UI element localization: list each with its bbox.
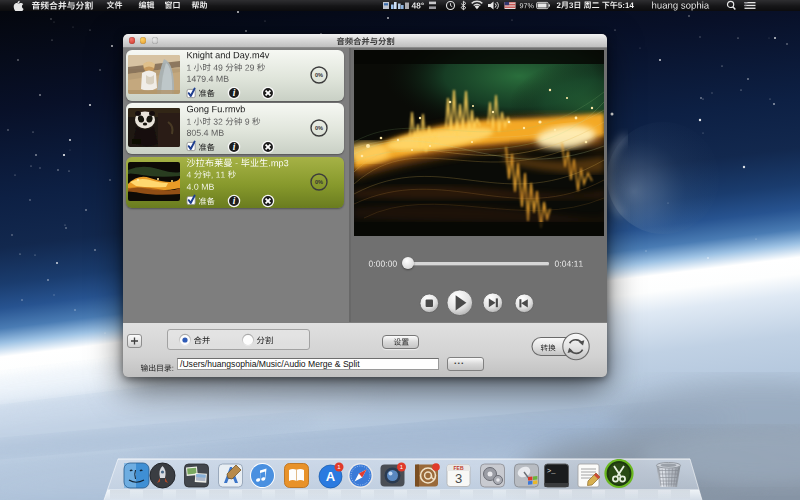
svg-text:>_: >_ [547, 467, 556, 475]
svg-text:3: 3 [455, 471, 462, 486]
svg-text:0%: 0% [314, 125, 322, 131]
svg-text:A: A [326, 469, 336, 484]
svg-text:FEB: FEB [454, 465, 464, 471]
svg-text:0%: 0% [314, 179, 322, 185]
svg-text:0%: 0% [314, 72, 322, 78]
svg-text:i: i [233, 142, 236, 152]
svg-text:i: i [233, 88, 236, 98]
svg-text:i: i [233, 196, 236, 206]
